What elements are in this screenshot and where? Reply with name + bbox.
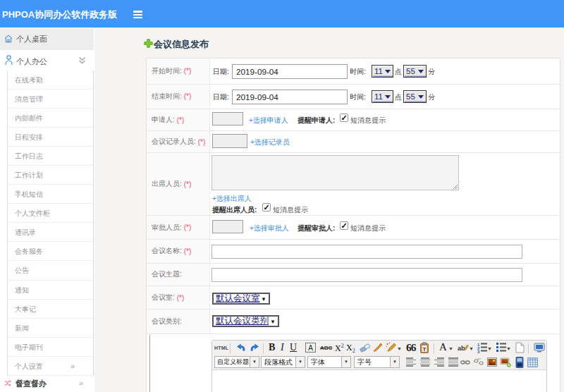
svg-text:ab: ab: [458, 345, 465, 352]
svg-text:3: 3: [477, 350, 480, 354]
svg-text:T: T: [423, 346, 427, 353]
